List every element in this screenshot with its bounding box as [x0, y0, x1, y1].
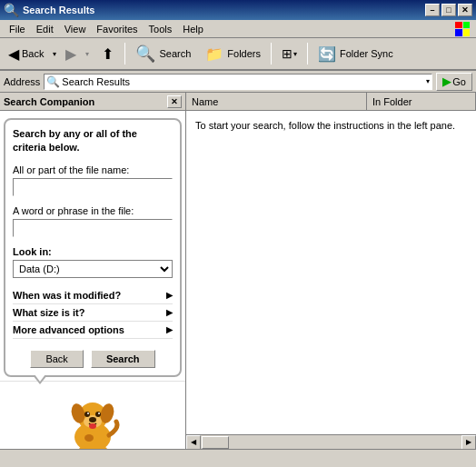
content-area: To start your search, follow the instruc… — [186, 111, 476, 434]
title-bar: 🔍 Search Results – □ ✕ — [0, 0, 476, 20]
dog-mascot — [64, 390, 123, 449]
forward-arrow-icon: ▶ — [65, 45, 76, 63]
file-name-label: All or part of the file name: — [13, 164, 173, 175]
view-button[interactable]: ⊞ ▾ — [275, 40, 303, 67]
folders-toolbar-icon: 📁 — [205, 45, 223, 63]
size-option[interactable]: What size is it? ▶ — [13, 304, 173, 322]
window-icon: 🔍 — [4, 3, 19, 17]
search-toolbar-button[interactable]: 🔍 Search — [129, 40, 197, 67]
menu-view[interactable]: View — [59, 22, 92, 36]
advanced-expand-icon: ▶ — [166, 325, 173, 334]
search-companion-close[interactable]: ✕ — [167, 95, 182, 108]
col-name-header[interactable]: Name — [186, 93, 367, 110]
advanced-option[interactable]: More advanced options ▶ — [13, 322, 173, 339]
file-name-input[interactable] — [13, 178, 173, 196]
search-toolbar-icon: 🔍 — [135, 44, 155, 64]
svg-point-13 — [84, 434, 94, 442]
back-form-button[interactable]: Back — [30, 350, 83, 368]
separator-2 — [271, 43, 272, 65]
back-label: Back — [22, 48, 44, 59]
status-bar — [0, 449, 476, 467]
go-label: Go — [452, 76, 466, 87]
view-icon: ⊞ — [282, 46, 293, 61]
svg-point-6 — [95, 412, 101, 417]
toolbar: ◀ Back ▾ ▶ ▾ ⬆ 🔍 Search 📁 Folders ⊞ ▾ 🔄 … — [0, 38, 476, 71]
modified-label: When was it modified? — [13, 290, 121, 301]
back-dropdown[interactable]: ▾ — [50, 40, 59, 67]
col-folder-label: In Folder — [372, 96, 412, 107]
main-container: Search Companion ✕ Search by any or all … — [0, 93, 476, 449]
close-button[interactable]: ✕ — [458, 4, 472, 16]
menu-help[interactable]: Help — [177, 22, 209, 36]
separator-3 — [307, 43, 308, 65]
button-row: Back Search — [13, 350, 173, 368]
windows-logo — [452, 19, 472, 39]
speech-bubble-tail-inner — [35, 374, 45, 382]
address-folder-icon: 🔍 — [46, 75, 60, 88]
look-in-select[interactable]: Data (D:) My Computer Local Disk (C:) My… — [13, 260, 173, 278]
col-name-label: Name — [192, 96, 218, 107]
speech-bubble: Search by any or all of the criteria bel… — [4, 118, 182, 377]
forward-button[interactable]: ▶ — [61, 40, 81, 67]
scroll-left-button[interactable]: ◀ — [186, 435, 201, 450]
menu-favorites[interactable]: Favorites — [91, 22, 143, 36]
folder-sync-label: Folder Sync — [340, 48, 393, 59]
size-label: What size is it? — [13, 307, 84, 318]
horizontal-scrollbar[interactable]: ◀ ▶ — [186, 434, 476, 449]
search-intro-text: Search by any or all of the criteria bel… — [13, 127, 173, 155]
search-form-button[interactable]: Search — [91, 350, 155, 368]
menu-tools[interactable]: Tools — [144, 22, 178, 36]
separator-1 — [124, 43, 125, 65]
forward-dropdown[interactable]: ▾ — [83, 40, 92, 67]
phrase-label: A word or phrase in the file: — [13, 205, 173, 216]
col-folder-header[interactable]: In Folder — [367, 93, 476, 110]
search-toolbar-label: Search — [159, 48, 191, 59]
address-input-wrap: 🔍 Search Results ▾ — [44, 74, 432, 90]
maximize-button[interactable]: □ — [441, 4, 456, 16]
search-companion-title: Search Companion — [4, 96, 94, 107]
title-bar-buttons: – □ ✕ — [425, 4, 472, 16]
minimize-button[interactable]: – — [425, 4, 440, 16]
right-pane: Name In Folder To start your search, fol… — [186, 93, 476, 449]
look-in-select-wrap: Data (D:) My Computer Local Disk (C:) My… — [13, 260, 173, 278]
view-dropdown-arrow: ▾ — [293, 50, 297, 58]
svg-point-10 — [89, 423, 96, 429]
address-bar: Address 🔍 Search Results ▾ ▶ Go — [0, 71, 476, 93]
go-button[interactable]: ▶ Go — [436, 73, 472, 91]
folder-sync-button[interactable]: 🔄 Folder Sync — [312, 40, 400, 67]
menu-bar: File Edit View Favorites Tools Help — [0, 20, 476, 38]
modified-option[interactable]: When was it modified? ▶ — [13, 287, 173, 304]
look-in-label: Look in: — [13, 246, 173, 257]
folder-sync-icon: 🔄 — [318, 45, 336, 63]
left-pane: Search Companion ✕ Search by any or all … — [0, 93, 186, 449]
up-button[interactable]: ⬆ — [94, 40, 121, 67]
address-dropdown-arrow[interactable]: ▾ — [426, 77, 430, 85]
size-expand-icon: ▶ — [166, 308, 173, 317]
advanced-label: More advanced options — [13, 324, 124, 335]
svg-point-8 — [98, 412, 100, 414]
folders-toolbar-label: Folders — [227, 48, 261, 59]
list-header: Name In Folder — [186, 93, 476, 111]
mascot-area — [0, 381, 185, 449]
scroll-track[interactable] — [201, 435, 461, 450]
address-label: Address — [4, 76, 40, 87]
folders-toolbar-button[interactable]: 📁 Folders — [199, 40, 267, 67]
menu-file[interactable]: File — [4, 22, 31, 36]
window-title: Search Results — [23, 5, 94, 15]
back-button[interactable]: ◀ Back — [4, 40, 48, 67]
hint-text: To start your search, follow the instruc… — [195, 120, 455, 131]
modified-expand-icon: ▶ — [166, 291, 173, 300]
up-icon: ⬆ — [102, 45, 114, 63]
back-arrow-icon: ◀ — [8, 45, 19, 63]
menu-edit[interactable]: Edit — [31, 22, 59, 36]
search-companion-header: Search Companion ✕ — [0, 93, 185, 111]
svg-point-9 — [89, 417, 96, 422]
svg-point-5 — [84, 412, 90, 417]
svg-point-7 — [87, 412, 89, 414]
scroll-right-button[interactable]: ▶ — [461, 435, 476, 450]
phrase-input[interactable] — [13, 219, 173, 237]
go-right-arrow-icon: ▶ — [442, 75, 451, 88]
scroll-thumb[interactable] — [202, 436, 229, 449]
address-text: Search Results — [62, 76, 424, 87]
title-bar-left: 🔍 Search Results — [4, 3, 94, 17]
